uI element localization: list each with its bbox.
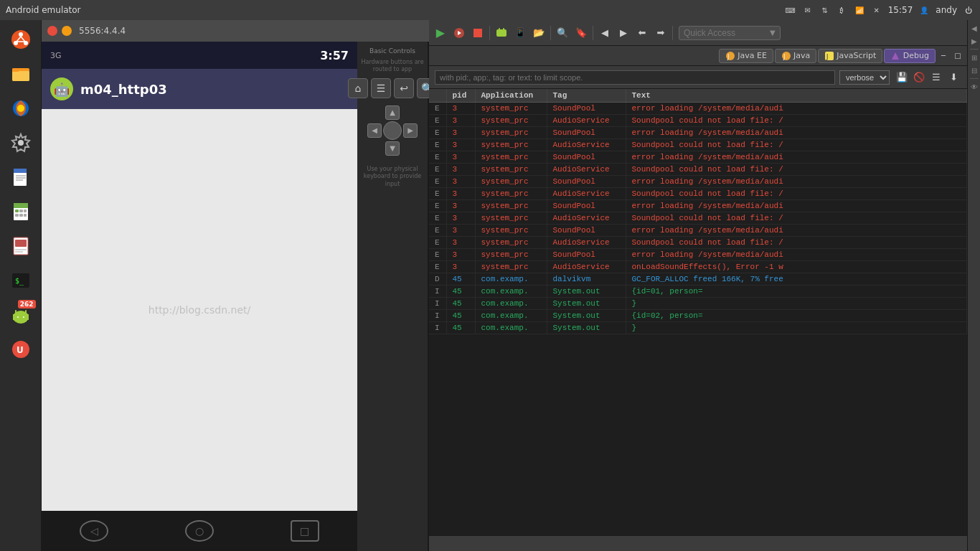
- log-cell: E: [429, 115, 446, 127]
- forward-btn[interactable]: ➡: [652, 24, 669, 42]
- settings-icon[interactable]: [4, 126, 37, 159]
- back-ctrl-btn[interactable]: ↩: [394, 78, 414, 98]
- log-cell: dalvikvm: [547, 273, 626, 286]
- panel-btn-1[interactable]: ◀: [969, 23, 979, 33]
- impress-icon[interactable]: [4, 230, 37, 263]
- log-cell: I: [429, 298, 446, 310]
- table-row[interactable]: E3system_prcAudioServiceonLoadSoundEffec…: [429, 261, 967, 273]
- table-row[interactable]: E3system_prcSoundPoolerror loading /syst…: [429, 225, 967, 237]
- minimize-button[interactable]: [62, 26, 72, 36]
- table-row[interactable]: E3system_prcSoundPoolerror loading /syst…: [429, 103, 967, 115]
- dpad: ▲ ▼ ◀ ▶: [367, 105, 418, 156]
- search-btn[interactable]: 🔍: [554, 24, 571, 42]
- clear-log-btn[interactable]: 🚫: [911, 70, 927, 85]
- stop-btn[interactable]: [469, 24, 486, 42]
- log-cell: Soundpool could not load file: /: [626, 139, 967, 151]
- quick-access-input[interactable]: [684, 28, 770, 38]
- table-row[interactable]: D45com.examp.dalvikvmGC_FOR_ALLOC freed …: [429, 273, 967, 286]
- table-row[interactable]: E3system_prcSoundPoolerror loading /syst…: [429, 176, 967, 188]
- next-edit-btn[interactable]: ▶: [615, 24, 632, 42]
- quick-access-box[interactable]: ▼: [679, 26, 781, 40]
- log-cell: 3: [446, 212, 475, 225]
- restore-btn[interactable]: □: [951, 50, 964, 62]
- verbose-select[interactable]: verbose: [839, 70, 890, 85]
- device-content[interactable]: http://blog.csdn.net/: [42, 109, 357, 511]
- java-ee-perspective[interactable]: J Java EE: [719, 49, 773, 63]
- prev-edit-btn[interactable]: ◀: [596, 24, 613, 42]
- emulator-section: 5556:4.4.4 3G 3:57 🤖 m04_http03 http://b…: [42, 20, 429, 551]
- log-table-container[interactable]: pid Application Tag Text E3system_prcSou…: [429, 89, 967, 535]
- avd-btn[interactable]: 📱: [512, 24, 529, 42]
- debug-run-btn[interactable]: [451, 24, 468, 42]
- table-row[interactable]: E3system_prcSoundPoolerror loading /syst…: [429, 249, 967, 261]
- recent-button[interactable]: □: [291, 520, 319, 542]
- android-mgr-btn[interactable]: [493, 24, 510, 42]
- toggle-log-btn[interactable]: ☰: [928, 70, 944, 85]
- panel-btn-5[interactable]: 👁: [969, 82, 979, 92]
- device-navbar: ◁ ○ □: [42, 511, 357, 551]
- run-btn[interactable]: ▶: [432, 24, 449, 42]
- emulator-titlebar: 5556:4.4.4: [42, 20, 429, 42]
- table-row[interactable]: I45com.examp.System.out{id=02, person=: [429, 310, 967, 322]
- table-row[interactable]: E3system_prcAudioServiceSoundpool could …: [429, 188, 967, 200]
- terminal-icon[interactable]: $_: [4, 264, 37, 297]
- dpad-up[interactable]: ▲: [385, 105, 400, 120]
- table-row[interactable]: E3system_prcAudioServiceSoundpool could …: [429, 237, 967, 249]
- back-btn[interactable]: ⬅: [633, 24, 651, 42]
- dpad-center[interactable]: [383, 121, 402, 140]
- android-icon[interactable]: 262: [4, 298, 37, 331]
- ubuntu-launcher[interactable]: [4, 23, 37, 56]
- close-icon[interactable]: ✕: [871, 4, 882, 16]
- table-row[interactable]: E3system_prcSoundPoolerror loading /syst…: [429, 127, 967, 139]
- java-perspective[interactable]: J Java: [775, 49, 816, 63]
- scroll-log-btn[interactable]: ⬇: [946, 70, 961, 85]
- menu-ctrl-btn[interactable]: ☰: [371, 78, 391, 98]
- log-cell: error loading /system/media/audi: [626, 151, 967, 164]
- panel-btn-4[interactable]: ⊟: [969, 65, 979, 75]
- log-cell: AudioService: [547, 237, 626, 249]
- bookmark-btn[interactable]: 🔖: [573, 24, 590, 42]
- table-row[interactable]: I45com.examp.System.out}: [429, 298, 967, 310]
- table-row[interactable]: I45com.examp.System.out}: [429, 322, 967, 334]
- software-center-icon[interactable]: U: [4, 333, 37, 366]
- writer-icon[interactable]: [4, 161, 37, 194]
- panel-btn-3[interactable]: ⊞: [969, 52, 979, 62]
- log-cell: E: [429, 237, 446, 249]
- home-button[interactable]: ○: [185, 520, 214, 542]
- back-button[interactable]: ◁: [80, 520, 108, 542]
- debug-perspective[interactable]: Debug: [884, 49, 936, 63]
- svg-rect-34: [15, 310, 17, 314]
- table-row[interactable]: E3system_prcSoundPoolerror loading /syst…: [429, 151, 967, 164]
- notification-badge: 262: [18, 300, 36, 309]
- table-row[interactable]: E3system_prcAudioServiceSoundpool could …: [429, 115, 967, 127]
- open-file-btn[interactable]: 📂: [530, 24, 547, 42]
- log-cell: I: [429, 310, 446, 322]
- power-icon[interactable]: ⏻: [963, 4, 974, 16]
- log-cell: GC_FOR_ALLOC freed 166K, 7% free: [626, 273, 967, 286]
- log-cell: 45: [446, 286, 475, 298]
- minimize-btn[interactable]: ─: [937, 50, 950, 62]
- panel-btn-2[interactable]: ▶: [969, 36, 979, 46]
- table-row[interactable]: E3system_prcSoundPoolerror loading /syst…: [429, 200, 967, 212]
- table-row[interactable]: E3system_prcAudioServiceSoundpool could …: [429, 164, 967, 176]
- save-log-btn[interactable]: 💾: [894, 70, 910, 85]
- dpad-down[interactable]: ▼: [385, 141, 400, 156]
- firefox-icon[interactable]: [4, 92, 37, 125]
- logcat-filter-input[interactable]: [435, 70, 835, 85]
- javascript-perspective[interactable]: J JavaScript: [818, 49, 882, 63]
- svg-point-37: [23, 316, 24, 318]
- table-row[interactable]: E3system_prcAudioServiceSoundpool could …: [429, 139, 967, 151]
- table-row[interactable]: I45com.examp.System.out{id=01, person=: [429, 286, 967, 298]
- quick-access-dropdown[interactable]: ▼: [770, 29, 776, 37]
- close-button[interactable]: [47, 26, 57, 36]
- table-row[interactable]: E3system_prcAudioServiceSoundpool could …: [429, 212, 967, 225]
- dpad-right[interactable]: ▶: [403, 123, 418, 138]
- log-cell: 3: [446, 127, 475, 139]
- home-ctrl-btn[interactable]: ⌂: [348, 78, 368, 98]
- emulator-device: 3G 3:57 🤖 m04_http03 http://blog.csdn.ne…: [42, 42, 429, 551]
- calc-icon[interactable]: [4, 195, 37, 228]
- log-cell: E: [429, 225, 446, 237]
- log-cell: }: [626, 298, 967, 310]
- dpad-left[interactable]: ◀: [367, 123, 382, 138]
- file-manager-icon[interactable]: [4, 57, 37, 90]
